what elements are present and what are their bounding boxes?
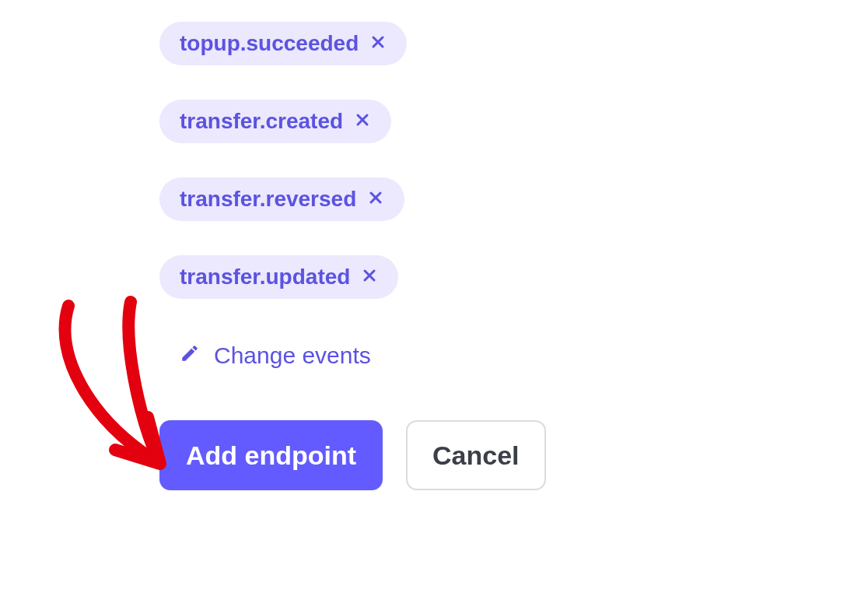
webhook-events-panel: topup.succeeded transfer.created transfe… <box>159 22 546 490</box>
change-events-label: Change events <box>214 342 371 369</box>
event-chip-label: topup.succeeded <box>180 33 359 54</box>
cancel-button[interactable]: Cancel <box>406 420 546 490</box>
remove-event-button[interactable] <box>367 189 384 209</box>
event-chip: transfer.reversed <box>159 177 404 221</box>
event-chip-label: transfer.updated <box>180 266 350 288</box>
close-icon <box>362 268 376 286</box>
remove-event-button[interactable] <box>361 267 378 287</box>
add-endpoint-button[interactable]: Add endpoint <box>159 420 383 490</box>
event-chip: transfer.created <box>159 100 391 143</box>
change-events-link[interactable]: Change events <box>180 342 371 369</box>
action-buttons: Add endpoint Cancel <box>159 420 546 490</box>
remove-event-button[interactable] <box>369 33 387 54</box>
event-chip-label: transfer.reversed <box>180 188 356 210</box>
event-chip-list: topup.succeeded transfer.created transfe… <box>159 22 407 299</box>
close-icon <box>369 191 383 208</box>
pencil-icon <box>180 342 200 369</box>
close-icon <box>355 113 369 130</box>
close-icon <box>371 35 385 52</box>
event-chip: topup.succeeded <box>159 22 407 65</box>
event-chip: transfer.updated <box>159 255 398 299</box>
event-chip-label: transfer.created <box>180 111 343 132</box>
remove-event-button[interactable] <box>354 111 371 132</box>
